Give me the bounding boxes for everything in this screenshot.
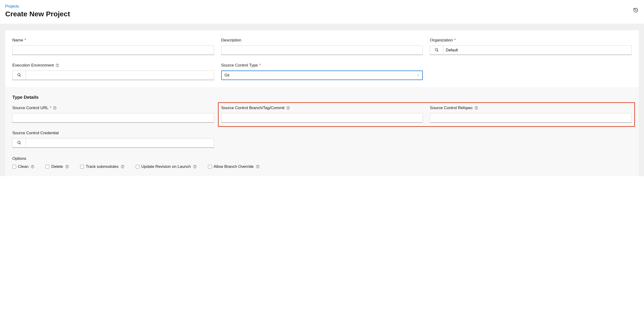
help-icon[interactable] xyxy=(65,164,69,169)
required-indicator: * xyxy=(24,38,26,42)
update-revision-label: Update Revision on Launch xyxy=(141,164,191,169)
source-control-type-label: Source Control Type xyxy=(221,63,258,68)
source-control-credential-input[interactable] xyxy=(26,138,214,148)
field-organization: Organization * xyxy=(430,38,632,55)
field-source-control-branch: Source Control Branch/Tag/Commit xyxy=(221,106,423,123)
required-indicator: * xyxy=(454,38,456,42)
track-submodules-checkbox[interactable] xyxy=(80,165,84,168)
required-indicator: * xyxy=(50,106,51,110)
option-clean[interactable]: Clean xyxy=(12,164,34,169)
svg-point-3 xyxy=(55,109,55,109)
delete-label: Delete xyxy=(51,164,63,169)
field-source-control-type: Source Control Type * Git xyxy=(221,63,423,80)
help-icon[interactable] xyxy=(30,164,34,169)
help-icon[interactable] xyxy=(53,106,57,110)
source-control-refspec-input[interactable] xyxy=(430,113,632,123)
source-control-credential-lookup-button[interactable] xyxy=(12,138,26,148)
field-description: Description xyxy=(221,38,423,55)
help-icon[interactable] xyxy=(256,164,260,169)
field-source-control-url: Source Control URL * xyxy=(12,106,214,123)
source-control-branch-label: Source Control Branch/Tag/Commit xyxy=(221,106,284,110)
description-label: Description xyxy=(221,38,242,43)
svg-point-11 xyxy=(67,167,67,168)
clean-label: Clean xyxy=(18,164,28,169)
description-input[interactable] xyxy=(221,45,423,55)
organization-label: Organization xyxy=(430,38,453,43)
organization-lookup-button[interactable] xyxy=(430,45,443,55)
svg-point-1 xyxy=(57,66,58,66)
execution-environment-label: Execution Environment xyxy=(12,63,54,68)
svg-point-7 xyxy=(476,109,476,109)
option-allow-branch-override[interactable]: Allow Branch Override xyxy=(208,164,260,169)
field-source-control-credential: Source Control Credential xyxy=(12,131,214,148)
source-control-url-input[interactable] xyxy=(12,113,214,123)
svg-point-15 xyxy=(195,167,195,168)
help-icon[interactable] xyxy=(474,106,478,110)
field-source-control-refspec: Source Control Refspec xyxy=(430,106,632,123)
svg-point-5 xyxy=(288,109,288,109)
track-submodules-label: Track submodules xyxy=(86,164,118,169)
help-icon[interactable] xyxy=(286,106,290,110)
allow-branch-override-label: Allow Branch Override xyxy=(214,164,254,169)
organization-input[interactable] xyxy=(443,45,632,55)
name-input[interactable] xyxy=(12,45,214,55)
source-control-credential-label: Source Control Credential xyxy=(12,131,59,136)
update-revision-checkbox[interactable] xyxy=(136,165,140,168)
search-icon xyxy=(435,48,439,53)
execution-environment-input[interactable] xyxy=(26,71,214,80)
search-icon xyxy=(17,73,21,78)
help-icon[interactable] xyxy=(193,164,197,169)
options-label: Options xyxy=(12,156,632,161)
source-control-refspec-label: Source Control Refspec xyxy=(430,106,472,110)
clean-checkbox[interactable] xyxy=(12,165,16,168)
form-section-main: Name * Description Organization * xyxy=(5,30,639,87)
source-control-type-select[interactable]: Git xyxy=(221,71,423,80)
svg-point-13 xyxy=(122,167,122,168)
option-update-revision[interactable]: Update Revision on Launch xyxy=(136,164,197,169)
field-execution-environment: Execution Environment xyxy=(12,63,214,80)
svg-point-9 xyxy=(32,167,33,168)
option-track-submodules[interactable]: Track submodules xyxy=(80,164,125,169)
breadcrumb-projects-link[interactable]: Projects xyxy=(5,4,19,8)
field-name: Name * xyxy=(12,38,214,55)
required-indicator: * xyxy=(259,63,260,67)
help-icon[interactable] xyxy=(55,63,60,67)
source-control-url-label: Source Control URL xyxy=(12,106,48,110)
execution-environment-lookup-button[interactable] xyxy=(12,71,26,80)
source-control-type-value: Git xyxy=(224,73,229,77)
svg-point-17 xyxy=(258,167,258,168)
form-section-type-details: Type Details Source Control URL * Source… xyxy=(5,87,639,176)
help-icon[interactable] xyxy=(120,164,125,169)
options-row: Clean Delete Track submodules xyxy=(12,164,632,169)
type-details-heading: Type Details xyxy=(12,95,632,100)
allow-branch-override-checkbox[interactable] xyxy=(208,165,212,168)
caret-down-icon xyxy=(416,73,420,77)
search-icon xyxy=(17,141,21,146)
name-label: Name xyxy=(12,38,23,43)
page-title: Create New Project xyxy=(5,10,639,18)
history-icon[interactable] xyxy=(633,7,638,14)
option-delete[interactable]: Delete xyxy=(46,164,69,169)
delete-checkbox[interactable] xyxy=(46,165,49,168)
source-control-branch-input[interactable] xyxy=(221,113,423,123)
